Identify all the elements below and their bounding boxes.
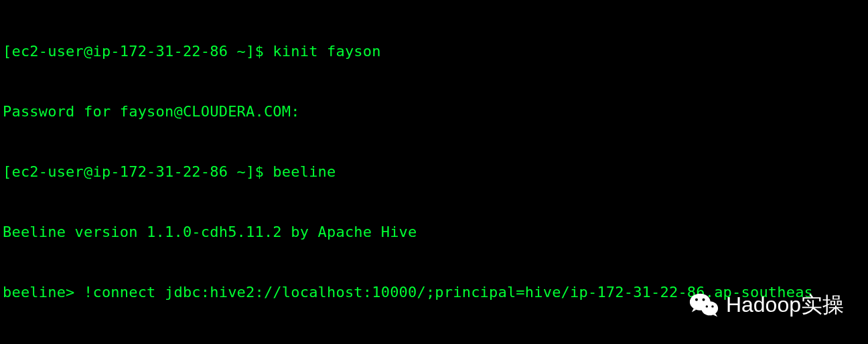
- terminal-line: Password for fayson@CLOUDERA.COM:: [3, 102, 865, 122]
- svg-point-4: [705, 305, 707, 307]
- terminal-window[interactable]: [ec2-user@ip-172-31-22-86 ~]$ kinit fays…: [0, 0, 868, 344]
- terminal-line: Beeline version 1.1.0-cdh5.11.2 by Apach…: [3, 222, 865, 242]
- wechat-icon: [689, 289, 719, 320]
- svg-point-3: [702, 298, 705, 301]
- svg-point-1: [701, 301, 718, 315]
- terminal-line: [ec2-user@ip-172-31-22-86 ~]$ beeline: [3, 162, 865, 182]
- watermark: Hadoop实操: [689, 289, 844, 320]
- svg-point-5: [711, 305, 713, 307]
- terminal-line: [ec2-user@ip-172-31-22-86 ~]$ kinit fays…: [3, 41, 865, 62]
- watermark-text: Hadoop实操: [726, 294, 844, 315]
- svg-point-2: [695, 298, 698, 301]
